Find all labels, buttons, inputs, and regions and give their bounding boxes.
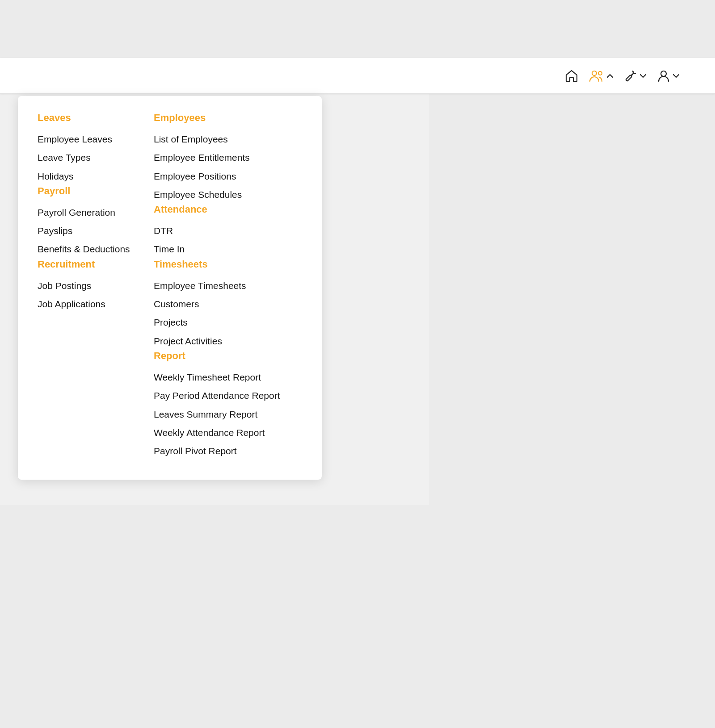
attendance-section: Attendance DTR Time In xyxy=(154,204,304,259)
chevron-up-icon xyxy=(607,74,613,78)
employees-section-header: Employees xyxy=(154,112,304,124)
gray-bottom-area xyxy=(0,505,429,728)
project-activities-link[interactable]: Project Activities xyxy=(154,332,304,350)
weekly-timesheet-report-link[interactable]: Weekly Timesheet Report xyxy=(154,368,304,386)
employee-leaves-link[interactable]: Employee Leaves xyxy=(38,130,154,148)
employee-positions-link[interactable]: Employee Positions xyxy=(154,167,304,185)
recruitment-section-header: Recruitment xyxy=(38,259,154,270)
people-icon xyxy=(589,69,604,83)
dtr-link[interactable]: DTR xyxy=(154,222,304,240)
gray-top-area xyxy=(0,0,715,58)
svg-point-2 xyxy=(661,71,666,76)
recruitment-section: Recruitment Job Postings Job Application… xyxy=(38,259,154,314)
svg-point-1 xyxy=(598,71,602,75)
payroll-section: Payroll Payroll Generation Payslips Bene… xyxy=(38,185,154,259)
job-applications-link[interactable]: Job Applications xyxy=(38,295,154,313)
user-menu-button[interactable] xyxy=(657,69,679,83)
dropdown-columns: Leaves Employee Leaves Leave Types Holid… xyxy=(38,112,304,460)
employee-timesheets-link[interactable]: Employee Timesheets xyxy=(154,276,304,295)
settings-menu-button[interactable] xyxy=(624,69,646,83)
list-of-employees-link[interactable]: List of Employees xyxy=(154,130,304,148)
home-button[interactable] xyxy=(565,69,578,83)
leaves-section: Leaves Employee Leaves Leave Types Holid… xyxy=(38,112,154,185)
report-section-header: Report xyxy=(154,350,304,362)
payroll-generation-link[interactable]: Payroll Generation xyxy=(38,203,154,222)
user-icon xyxy=(657,69,670,83)
svg-point-0 xyxy=(592,71,597,75)
employee-entitlements-link[interactable]: Employee Entitlements xyxy=(154,148,304,167)
timesheets-section: Timesheets Employee Timesheets Customers… xyxy=(154,259,304,350)
home-icon xyxy=(565,69,578,83)
employee-schedules-link[interactable]: Employee Schedules xyxy=(154,185,304,204)
benefits-deductions-link[interactable]: Benefits & Deductions xyxy=(38,240,154,258)
holidays-link[interactable]: Holidays xyxy=(38,167,154,185)
header xyxy=(0,58,715,94)
chevron-down-icon-2 xyxy=(673,74,679,78)
report-section: Report Weekly Timesheet Report Pay Perio… xyxy=(154,350,304,460)
gray-right-area xyxy=(429,58,715,728)
leave-types-link[interactable]: Leave Types xyxy=(38,148,154,167)
header-icons xyxy=(565,69,679,83)
customers-link[interactable]: Customers xyxy=(154,295,304,313)
wrench-icon xyxy=(624,69,637,83)
chevron-down-icon xyxy=(640,74,646,78)
employees-section: Employees List of Employees Employee Ent… xyxy=(154,112,304,204)
right-column: Employees List of Employees Employee Ent… xyxy=(154,112,304,460)
payslips-link[interactable]: Payslips xyxy=(38,222,154,240)
attendance-section-header: Attendance xyxy=(154,204,304,215)
projects-link[interactable]: Projects xyxy=(154,313,304,331)
left-column: Leaves Employee Leaves Leave Types Holid… xyxy=(38,112,154,460)
people-menu-button[interactable] xyxy=(589,69,613,83)
timesheets-section-header: Timesheets xyxy=(154,259,304,270)
pay-period-attendance-report-link[interactable]: Pay Period Attendance Report xyxy=(154,386,304,405)
leaves-section-header: Leaves xyxy=(38,112,154,124)
payroll-section-header: Payroll xyxy=(38,185,154,197)
time-in-link[interactable]: Time In xyxy=(154,240,304,258)
leaves-summary-report-link[interactable]: Leaves Summary Report xyxy=(154,405,304,423)
payroll-pivot-report-link[interactable]: Payroll Pivot Report xyxy=(154,442,304,460)
job-postings-link[interactable]: Job Postings xyxy=(38,276,154,295)
dropdown-menu: Leaves Employee Leaves Leave Types Holid… xyxy=(18,96,322,480)
weekly-attendance-report-link[interactable]: Weekly Attendance Report xyxy=(154,423,304,442)
